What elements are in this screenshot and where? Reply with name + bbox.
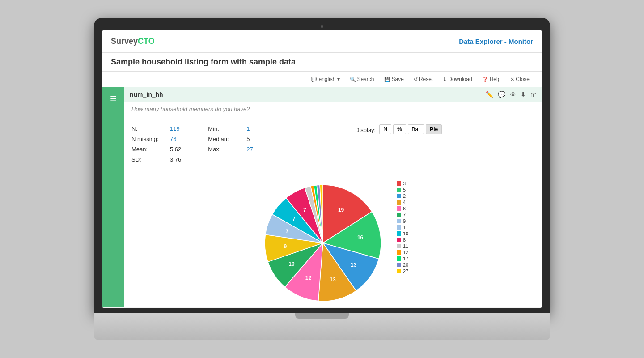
download-icon: ⬇ (443, 77, 447, 82)
help-button[interactable]: ❓ Help (479, 74, 504, 84)
help-label: Help (490, 76, 501, 82)
legend-item: 17 (397, 256, 408, 261)
search-button[interactable]: 🔍 Search (346, 74, 378, 84)
legend-color-swatch (397, 256, 401, 261)
display-label: Display: (355, 124, 376, 136)
download-label: Download (448, 76, 472, 82)
variable-header: num_in_hh ✏️ 💬 👁 ⬇ 🗑 (124, 87, 542, 102)
variable-question: How many household members do you have? (124, 102, 542, 116)
sidebar: ☰ (102, 87, 124, 307)
legend-item: 7 (397, 212, 408, 217)
legend-item: 11 (397, 243, 408, 249)
logo-cto-text: CTO (138, 37, 155, 46)
laptop-base (94, 313, 550, 340)
camera-dot (321, 25, 323, 28)
edit-icon[interactable]: ✏️ (486, 91, 493, 98)
search-label: Search (357, 76, 374, 82)
median-value: 5 (246, 136, 250, 142)
max-label: Max: (208, 146, 244, 153)
laptop-hinge (295, 313, 349, 319)
n-stat: N: 119 (131, 124, 181, 134)
legend-item: 27 (397, 268, 408, 274)
n-missing-stat: N missing: 76 (131, 134, 181, 144)
reset-icon: ↺ (414, 77, 418, 82)
dropdown-arrow: ▾ (337, 76, 340, 82)
legend-color-swatch (397, 244, 401, 248)
display-n-button[interactable]: N (379, 124, 391, 134)
display-bar-button[interactable]: Bar (408, 124, 424, 134)
legend-label: 8 (403, 237, 406, 243)
stats-col1: N: 119 N missing: 76 Mean: (131, 124, 181, 165)
main-content: ☰ num_in_hh ✏️ 💬 👁 ⬇ 🗑 (102, 87, 542, 307)
legend-label: 11 (403, 243, 408, 249)
language-button[interactable]: 💬 english ▾ (307, 74, 343, 84)
max-value[interactable]: 27 (246, 146, 253, 153)
n-value[interactable]: 119 (170, 125, 180, 132)
stats-col2: Min: 1 Median: 5 Max: 27 (208, 124, 253, 165)
app-header: SurveyCTO Data Explorer - Monitor (102, 30, 542, 53)
display-controls: Display: N % Bar Pie (355, 124, 442, 165)
chat-icon: 💬 (311, 77, 317, 82)
help-icon: ❓ (482, 77, 488, 82)
search-icon: 🔍 (350, 77, 356, 82)
close-icon: ✕ (510, 77, 514, 82)
legend-item: 3 (397, 181, 408, 186)
legend-color-swatch (397, 219, 401, 223)
n-missing-value[interactable]: 76 (170, 136, 176, 142)
display-percent-button[interactable]: % (393, 124, 406, 134)
language-label: english (318, 76, 335, 82)
median-label: Median: (208, 136, 244, 142)
download-var-icon[interactable]: ⬇ (521, 91, 526, 98)
chart-legend: 352467911081112172027 (397, 181, 408, 274)
reset-label: Reset (419, 76, 433, 82)
close-button[interactable]: ✕ Close (507, 74, 533, 84)
pie-chart: 1916131312109777 (254, 174, 392, 307)
legend-label: 4 (403, 200, 406, 205)
trash-icon[interactable]: 🗑 (530, 91, 537, 98)
legend-item: 1 (397, 225, 408, 230)
display-pie-button[interactable]: Pie (426, 124, 442, 134)
legend-color-swatch (397, 231, 401, 236)
laptop-frame: SurveyCTO Data Explorer - Monitor Sample… (94, 18, 550, 340)
sd-value: 3.76 (170, 156, 181, 163)
form-title-bar: Sample household listing form with sampl… (102, 53, 542, 72)
legend-label: 10 (403, 231, 408, 236)
legend-label: 3 (403, 181, 406, 186)
legend-label: 27 (403, 268, 408, 274)
save-icon: 💾 (384, 77, 390, 82)
max-stat: Max: 27 (208, 144, 253, 154)
save-button[interactable]: 💾 Save (381, 74, 407, 84)
legend-label: 6 (403, 206, 406, 211)
legend-color-swatch (397, 188, 401, 192)
legend-color-swatch (397, 225, 401, 230)
legend-item: 8 (397, 237, 408, 243)
close-label: Close (516, 76, 530, 82)
legend-color-swatch (397, 238, 401, 242)
logo-survey-text: Survey (111, 37, 138, 46)
legend-item: 12 (397, 250, 408, 255)
app-title: Data Explorer - Monitor (459, 38, 533, 45)
legend-item: 6 (397, 206, 408, 211)
screen-bezel: SurveyCTO Data Explorer - Monitor Sample… (94, 18, 550, 313)
sidebar-menu-icon[interactable]: ☰ (106, 91, 120, 107)
n-label: N: (131, 125, 167, 132)
eye-icon[interactable]: 👁 (510, 91, 516, 98)
chart-area: 1916131312109777 352467911081112172027 (124, 165, 542, 307)
legend-label: 17 (403, 256, 408, 261)
median-stat: Median: 5 (208, 134, 253, 144)
save-label: Save (392, 76, 404, 82)
legend-color-swatch (397, 269, 401, 273)
legend-label: 9 (403, 218, 406, 224)
screen: SurveyCTO Data Explorer - Monitor Sample… (102, 30, 542, 308)
variable-panel: num_in_hh ✏️ 💬 👁 ⬇ 🗑 How many household … (124, 87, 542, 307)
legend-color-swatch (397, 194, 401, 198)
min-value[interactable]: 1 (246, 125, 250, 132)
legend-color-swatch (397, 181, 401, 186)
legend-item: 4 (397, 200, 408, 205)
download-button[interactable]: ⬇ Download (439, 74, 475, 84)
reset-button[interactable]: ↺ Reset (410, 74, 436, 84)
logo: SurveyCTO (111, 37, 155, 46)
comment-icon[interactable]: 💬 (498, 91, 505, 98)
mean-label: Mean: (131, 146, 167, 153)
legend-item: 5 (397, 187, 408, 192)
